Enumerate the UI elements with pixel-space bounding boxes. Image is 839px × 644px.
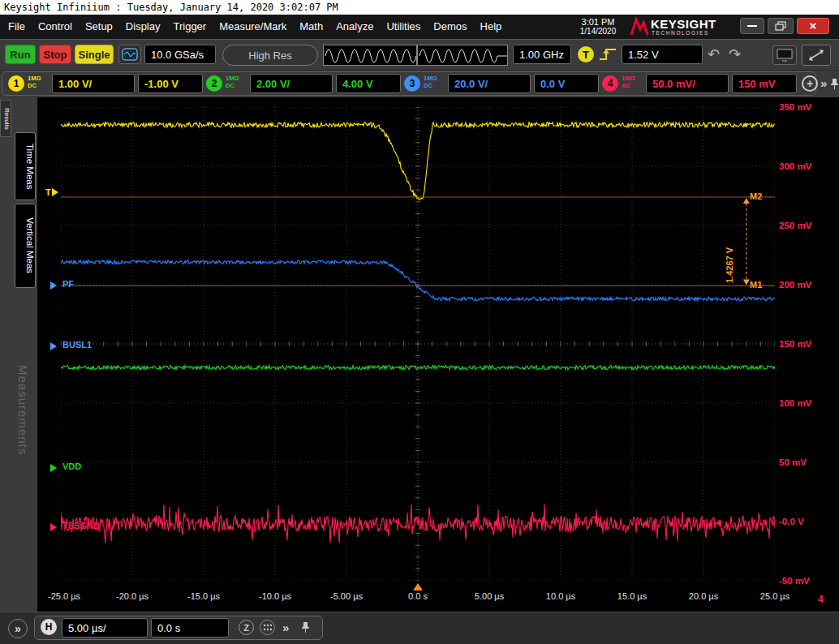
restore-icon (775, 21, 786, 31)
undo-button[interactable]: ↶ (708, 45, 720, 64)
oscilloscope-app: Keysight Infiniium : Tuesday, January 14… (0, 0, 839, 644)
channel-2-offset-field[interactable]: 4.00 V (336, 74, 401, 93)
channel-3-button[interactable]: 3 (404, 75, 420, 92)
ground-marker-pf-icon[interactable] (50, 281, 57, 290)
footer-expand-button[interactable]: » (8, 619, 28, 638)
trigger-level-marker[interactable]: T (45, 187, 58, 197)
menu-display[interactable]: Display (119, 15, 167, 39)
channel-1-button[interactable]: 1 (8, 75, 24, 92)
add-waveform-button[interactable]: + (802, 75, 818, 92)
channel-1-offset-field[interactable]: -1.00 V (138, 74, 203, 93)
channel-1-impedance: 1MΩ (28, 75, 52, 82)
x-axis-label: 5.00 µs (461, 591, 518, 601)
channel-3-coupling[interactable]: 1MΩ DC (424, 75, 448, 89)
measurements-watermark: Measurements (16, 365, 30, 535)
channel-2-scale-field[interactable]: 2.00 V/ (250, 74, 333, 93)
menu-math[interactable]: Math (293, 15, 329, 39)
channel-2-mode: DC (226, 82, 250, 89)
run-button[interactable]: Run (5, 45, 36, 64)
plot-grid[interactable] (61, 107, 775, 581)
minimize-button[interactable] (740, 18, 764, 34)
trigger-marker-label: T (45, 187, 51, 197)
window-title: Keysight Infiniium : Tuesday, January 14… (0, 0, 839, 15)
menu-items: File Control Setup Display Trigger Measu… (2, 15, 508, 39)
single-button[interactable]: Single (75, 45, 114, 64)
axis-channel-indicator: 4 (818, 594, 824, 605)
x-axis-label: 0.0 s (389, 591, 446, 601)
acquisition-preview-2[interactable] (417, 45, 508, 66)
restore-button[interactable] (768, 18, 794, 34)
autoscale-button[interactable] (802, 45, 831, 66)
y-axis-label: 150 mV (779, 337, 837, 350)
trigger-level-field[interactable]: 1.52 V (622, 45, 703, 64)
trigger-edge-icon[interactable] (597, 46, 618, 62)
menu-control[interactable]: Control (32, 15, 79, 39)
display-settings-button[interactable] (772, 45, 797, 65)
channel-bar-expand-chevrons[interactable]: » (820, 76, 827, 90)
ground-marker-busl1-icon[interactable] (50, 342, 57, 350)
brand-name: KEYSIGHT (651, 17, 716, 31)
channel-2-coupling[interactable]: 1MΩ DC (226, 75, 250, 89)
bandwidth-field[interactable]: 1.00 GHz (513, 45, 571, 64)
x-axis-label: 25.0 µs (746, 591, 803, 601)
horizontal-badge[interactable]: H (41, 619, 57, 635)
channel-1-scale-field[interactable]: 1.00 V/ (52, 74, 135, 93)
marker-delta-value: 1.4267 V (725, 205, 734, 283)
footer-pin-icon[interactable] (302, 621, 309, 633)
channel-3-impedance: 1MΩ (424, 75, 448, 82)
menu-measure-mark[interactable]: Measure/Mark (213, 15, 293, 39)
menu-setup[interactable]: Setup (79, 15, 119, 39)
tab-results[interactable]: Results (0, 100, 11, 137)
clock: 3:01 PM 1/14/2020 (568, 17, 628, 36)
x-axis-label: -25.0 µs (36, 591, 93, 601)
redo-button[interactable]: ↷ (729, 45, 741, 64)
y-axis-label: 250 mV (779, 219, 837, 232)
close-button[interactable]: × (797, 18, 829, 34)
brand-sub: TECHNOLOGIES (652, 30, 709, 36)
channel-4-coupling[interactable]: 1MΩ AC (622, 75, 646, 89)
menu-analyze[interactable]: Analyze (329, 15, 380, 39)
y-axis-label: 50 mV (779, 456, 837, 469)
menu-utilities[interactable]: Utilities (380, 15, 427, 39)
channel-4-mode: AC (622, 82, 646, 89)
channel-2-button[interactable]: 2 (206, 75, 222, 92)
grab-handle-button[interactable] (260, 620, 275, 635)
ground-marker-vdd-icon[interactable] (50, 464, 57, 472)
horizontal-position-field[interactable]: 0.0 s (151, 618, 229, 638)
time-reference-marker-icon[interactable] (413, 583, 423, 590)
footer-chevrons[interactable]: » (282, 620, 289, 634)
x-axis-label: -10.0 µs (247, 591, 303, 601)
sample-rate-field[interactable]: 10.0 GSa/s (144, 45, 216, 64)
channel-2-impedance: 1MΩ (226, 75, 250, 82)
acquisition-preview-1[interactable] (323, 45, 417, 66)
menu-file[interactable]: File (2, 15, 32, 39)
marker-m2-label[interactable]: M2 (750, 191, 762, 201)
clear-display-button[interactable] (118, 45, 141, 64)
clear-display-icon (122, 48, 138, 61)
channel-4-offset-field[interactable]: 150 mV (732, 74, 797, 93)
timebase-field[interactable]: 5.00 µs/ (62, 618, 148, 638)
zoom-badge[interactable]: Z (239, 620, 254, 635)
display-icon (777, 49, 793, 62)
menu-help[interactable]: Help (474, 15, 509, 39)
marker-m1-label[interactable]: M1 (750, 280, 762, 290)
channel-4-scale-field[interactable]: 50.0 mV/ (646, 74, 729, 93)
menu-trigger[interactable]: Trigger (166, 15, 213, 39)
menu-demos[interactable]: Demos (427, 15, 473, 39)
y-axis-label: 300 mV (779, 160, 837, 173)
tab-time-meas[interactable]: Time Meas (15, 132, 36, 200)
autoscale-icon (807, 48, 826, 62)
channel-1-coupling[interactable]: 1MΩ DC (28, 75, 52, 89)
grip-dots-icon (263, 624, 272, 631)
acquisition-mode-button[interactable]: High Res (222, 45, 318, 66)
tab-vertical-meas[interactable]: Vertical Meas (15, 204, 36, 288)
stop-button[interactable]: Stop (39, 45, 71, 64)
channel-bar-pin-icon[interactable] (831, 78, 838, 90)
ground-marker-tssgnd-icon[interactable] (50, 523, 57, 531)
channel-4-button[interactable]: 4 (602, 75, 618, 92)
channel-3-scale-field[interactable]: 20.0 V/ (448, 74, 531, 93)
channel-3-offset-field[interactable]: 0.0 V (534, 74, 599, 93)
clock-time: 3:01 PM (568, 17, 628, 27)
trigger-badge[interactable]: T (578, 46, 594, 62)
channel-1-mode: DC (28, 82, 52, 89)
